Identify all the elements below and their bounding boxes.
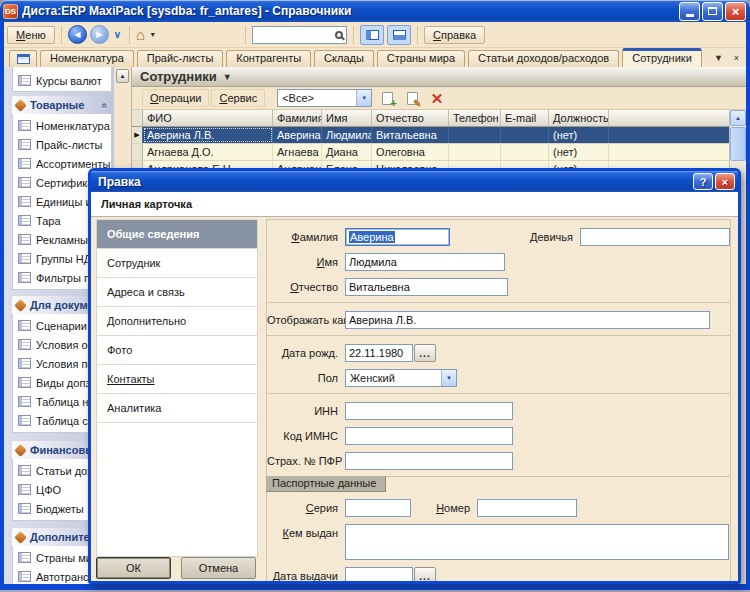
tab-sotrudniki[interactable]: Сотрудники bbox=[622, 48, 702, 67]
edit-icon: ✎ bbox=[407, 92, 418, 105]
operations-menu[interactable]: Операции bbox=[142, 89, 209, 107]
combo-arrow-icon[interactable]: ▼ bbox=[441, 370, 456, 386]
cell[interactable] bbox=[501, 144, 549, 160]
filter-combobox[interactable]: <Все> ▼ bbox=[277, 89, 372, 107]
number-label: Номер bbox=[425, 502, 477, 514]
panel-dropdown-icon[interactable]: ▼ bbox=[223, 72, 232, 82]
history-chevron-icon[interactable]: ∨ bbox=[112, 29, 123, 40]
tab-list-dropdown-icon[interactable]: ▼ bbox=[711, 50, 726, 65]
middle-name-field[interactable] bbox=[345, 278, 508, 296]
tab-kontragenty[interactable]: Контрагенты bbox=[226, 50, 311, 67]
sidebar-item-label: Тара bbox=[36, 215, 61, 227]
gender-combobox[interactable]: Женский ▼ bbox=[345, 369, 457, 387]
cell[interactable]: Агнаева bbox=[273, 144, 322, 160]
scroll-thumb[interactable] bbox=[730, 127, 746, 161]
display-as-field[interactable] bbox=[345, 311, 710, 329]
tab-home[interactable] bbox=[9, 50, 37, 67]
sidebar-item[interactable]: Номенклатура bbox=[13, 116, 111, 135]
inn-field[interactable] bbox=[345, 402, 513, 420]
cell[interactable]: Олеговна bbox=[372, 144, 449, 160]
menu-button[interactable]: Меню bbox=[7, 26, 55, 44]
edit-record-button[interactable]: ✎ bbox=[402, 89, 422, 108]
number-field[interactable] bbox=[477, 499, 577, 517]
maiden-name-field[interactable] bbox=[580, 228, 730, 246]
birth-date-picker-button[interactable]: ... bbox=[414, 344, 436, 362]
issue-date-picker-button[interactable]: ... bbox=[414, 567, 436, 584]
back-button[interactable]: ◀ bbox=[68, 25, 87, 44]
dialog-close-button[interactable]: × bbox=[715, 173, 735, 190]
cell[interactable] bbox=[449, 144, 501, 160]
sidebar-item[interactable]: Прайс-листы bbox=[13, 135, 111, 154]
tab-close-icon[interactable]: × bbox=[729, 50, 744, 65]
table-row[interactable]: ▶ Аверина Л.В. Аверина Людмила Витальевн… bbox=[132, 127, 729, 144]
close-icon: × bbox=[732, 5, 740, 18]
search-box[interactable] bbox=[252, 26, 347, 44]
help-button[interactable]: Справка bbox=[424, 26, 485, 44]
tab-price-lists[interactable]: Прайс-листы bbox=[137, 50, 223, 67]
cell-fio[interactable]: Агнаева Д.О. bbox=[143, 144, 273, 160]
sidebar-item-kursy-valyut[interactable]: Курсы валют bbox=[13, 71, 111, 90]
tab-nomenklatura[interactable]: Номенклатура bbox=[40, 50, 134, 67]
pfr-field[interactable] bbox=[345, 452, 513, 470]
collapse-sidebar-button[interactable]: ▲ bbox=[116, 69, 129, 83]
list-icon bbox=[18, 396, 31, 407]
tab-stati-dohodov[interactable]: Статьи доходов/расходов bbox=[468, 50, 619, 67]
collapse-icon[interactable]: « bbox=[100, 102, 111, 108]
nav-item-sotrudnik[interactable]: Сотрудник bbox=[97, 249, 257, 278]
nav-item-foto[interactable]: Фото bbox=[97, 336, 257, 365]
table-row[interactable]: Агнаева Д.О. Агнаева Диана Олеговна (нет… bbox=[132, 144, 729, 161]
minimize-button[interactable] bbox=[679, 2, 700, 21]
nav-item-analitika[interactable]: Аналитика bbox=[97, 394, 257, 423]
home-icon[interactable]: ⌂ bbox=[136, 27, 145, 42]
tab-strany-mira[interactable]: Страны мира bbox=[377, 50, 465, 67]
layout-toggle-bottom-button[interactable] bbox=[387, 25, 411, 45]
column-header-otchestvo[interactable]: Отчество bbox=[372, 110, 449, 126]
cell[interactable]: Диана bbox=[322, 144, 372, 160]
maximize-button[interactable] bbox=[702, 2, 723, 21]
cell[interactable]: Людмила bbox=[322, 127, 372, 143]
series-field[interactable] bbox=[345, 499, 411, 517]
column-header-email[interactable]: E-mail bbox=[501, 110, 549, 126]
birth-date-field[interactable] bbox=[345, 344, 413, 362]
delete-record-button[interactable]: ✕ bbox=[427, 89, 447, 108]
ok-button[interactable]: ОК bbox=[96, 557, 171, 579]
cell[interactable]: (нет) bbox=[549, 144, 609, 160]
nav-item-obshchie-svedeniya[interactable]: Общие сведения bbox=[97, 220, 257, 249]
issue-date-field[interactable] bbox=[345, 567, 413, 584]
close-button[interactable]: × bbox=[725, 2, 746, 21]
first-name-field[interactable] bbox=[345, 253, 505, 271]
column-header-fio[interactable]: ФИО bbox=[143, 110, 273, 126]
layout-toggle-left-button[interactable] bbox=[360, 25, 384, 45]
combo-arrow-icon[interactable]: ▼ bbox=[356, 90, 371, 106]
column-header-dolzhnost[interactable]: Должность bbox=[549, 110, 609, 126]
sidebar-group-tovarnye[interactable]: Товарные « bbox=[12, 96, 112, 114]
nav-item-adresa-i-svyaz[interactable]: Адреса и связь bbox=[97, 278, 257, 307]
issued-by-field[interactable] bbox=[345, 524, 729, 560]
last-name-field[interactable]: Аверина bbox=[345, 228, 450, 246]
cell[interactable]: (нет) bbox=[549, 127, 609, 143]
dialog-help-button[interactable]: ? bbox=[693, 173, 713, 190]
imns-field[interactable] bbox=[345, 427, 513, 445]
cell[interactable]: Аверина bbox=[273, 127, 322, 143]
row-selector bbox=[132, 144, 143, 160]
search-icon[interactable] bbox=[335, 31, 343, 39]
add-record-button[interactable]: + bbox=[377, 89, 397, 108]
cancel-button[interactable]: Отмена bbox=[181, 557, 256, 579]
cell-fio[interactable]: Аверина Л.В. bbox=[143, 127, 273, 143]
last-name-label: Фамилия bbox=[267, 231, 345, 243]
nav-item-dopolnitelno[interactable]: Дополнительно bbox=[97, 307, 257, 336]
tab-sklady[interactable]: Склады bbox=[314, 50, 374, 67]
service-menu[interactable]: Сервис bbox=[211, 89, 265, 107]
forward-button[interactable]: ▶ bbox=[90, 25, 109, 44]
column-header-familia[interactable]: Фамилия bbox=[273, 110, 322, 126]
cell[interactable] bbox=[449, 127, 501, 143]
home-dropdown-icon[interactable]: ▼ bbox=[149, 31, 156, 38]
scroll-up-icon[interactable]: ▲ bbox=[730, 110, 746, 126]
column-header-imya[interactable]: Имя bbox=[322, 110, 372, 126]
dialog-subtitle: Личная карточка bbox=[101, 198, 192, 210]
cell[interactable]: Витальевна bbox=[372, 127, 449, 143]
cell[interactable] bbox=[501, 127, 549, 143]
column-header-telefon[interactable]: Телефон bbox=[449, 110, 501, 126]
search-input[interactable] bbox=[256, 29, 330, 41]
nav-item-kontakty[interactable]: Контакты bbox=[97, 365, 257, 394]
